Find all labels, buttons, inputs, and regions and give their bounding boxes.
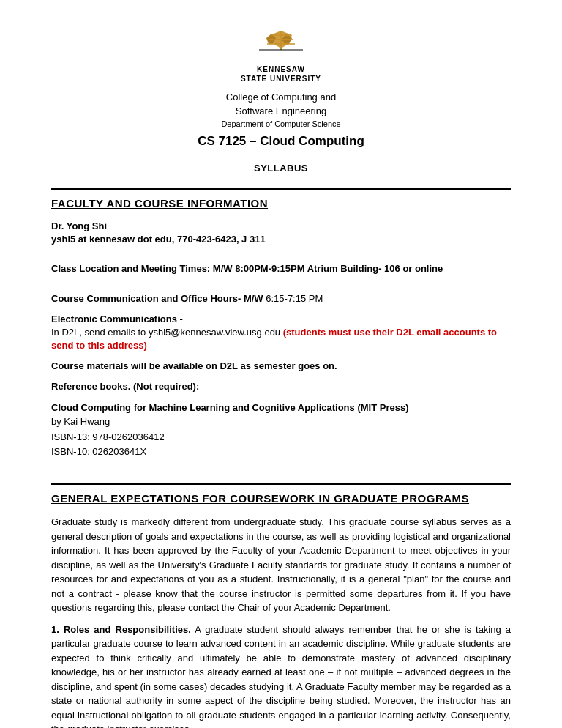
office-hours-value: 6:15-7:15 PM (266, 293, 323, 304)
electronic-comm-label: Electronic Communications - (51, 313, 183, 324)
department-name: Department of Computer Science (51, 119, 511, 130)
para2-text: A graduate student should always remembe… (51, 624, 511, 728)
section-divider-2 (51, 483, 511, 485)
faculty-section-heading: Faculty and Course Information (51, 196, 511, 211)
instructor-info: Dr. Yong Shi yshi5 at kennesaw dot edu, … (51, 220, 511, 246)
general-paragraph-2: 1. Roles and Responsibilities. A graduat… (51, 623, 511, 728)
book-isbn10: ISBN-10: 026203641X (51, 445, 511, 460)
syllabus-heading: SYLLABUS (51, 162, 511, 175)
instructor-name: Dr. Yong Shi (51, 220, 511, 233)
class-location-line: Class Location and Meeting Times: M/W 8:… (51, 262, 511, 275)
section-divider (51, 188, 511, 190)
page-header: Kennesaw State University College of Com… (51, 29, 511, 150)
ksu-logo-svg (241, 29, 321, 64)
book-author: by Kai Hwang (51, 415, 511, 430)
office-hours-label: Course Communication and Office Hours- M… (51, 293, 263, 304)
book-isbn13: ISBN-13: 978-0262036412 (51, 430, 511, 445)
general-section-heading: General Expectations for Coursework in G… (51, 491, 511, 506)
reference-label: Reference books. (Not required): (51, 380, 511, 393)
electronic-comm-block: Electronic Communications - In D2L, send… (51, 313, 511, 353)
reference-book: Cloud Computing for Machine Learning and… (51, 401, 511, 461)
para2-bold: 1. Roles and Responsibilities. (51, 624, 191, 635)
college-name: College of Computing and Software Engine… (51, 90, 511, 119)
book-title: Cloud Computing for Machine Learning and… (51, 401, 511, 415)
instructor-contact: yshi5 at kennesaw dot edu, 770-423-6423,… (51, 233, 511, 246)
university-logo-area: Kennesaw State University College of Com… (51, 29, 511, 150)
class-location-value: M/W 8:00PM-9:15PM Atrium Building- 106 o… (213, 263, 443, 274)
ksu-logo: Kennesaw State University (241, 29, 321, 83)
university-name: Kennesaw State University (241, 64, 321, 83)
class-location-label: Class Location and Meeting Times: (51, 263, 210, 274)
course-materials-line: Course materials will be available on D2… (51, 360, 511, 373)
office-hours-line: Course Communication and Office Hours- M… (51, 292, 511, 305)
general-paragraph-1: Graduate study is markedly different fro… (51, 515, 511, 615)
course-title: CS 7125 – Cloud Computing (51, 133, 511, 150)
electronic-comm-text1: In D2L, send emails to yshi5@kennesaw.vi… (51, 327, 283, 338)
